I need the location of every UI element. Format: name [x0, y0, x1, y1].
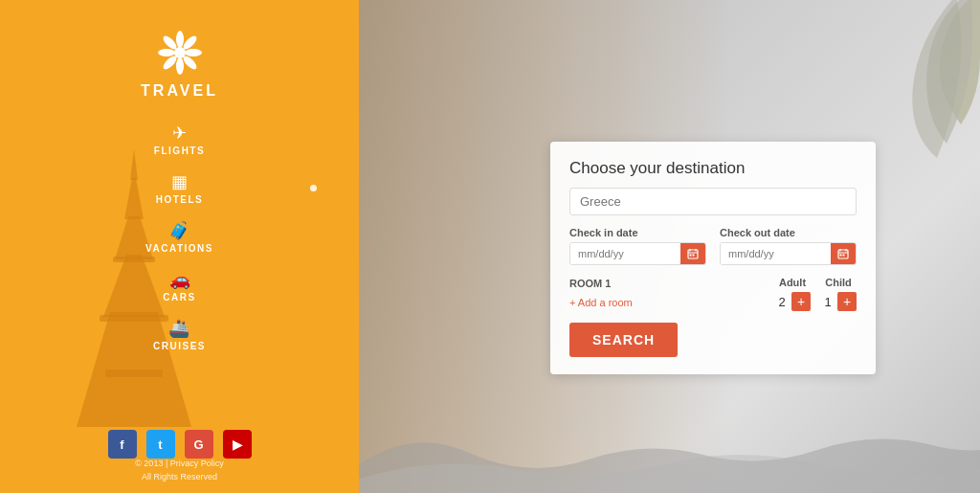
main-content: Choose your destination Check in date [359, 0, 980, 493]
adult-label: Adult [779, 277, 806, 288]
nav-entry-cruises[interactable]: 🚢 CRUISES [0, 318, 359, 351]
nav-entry-hotels[interactable]: ▦ HOTELS [0, 171, 359, 205]
cars-icon: 🚗 [169, 269, 190, 290]
logo-area: TRAVEL [141, 27, 218, 100]
room-row: ROOM 1 + Add a room Adult 2 + Child 1 + [569, 277, 857, 311]
checkin-calendar-button[interactable] [680, 243, 705, 264]
facebook-button[interactable]: f [108, 430, 137, 459]
footer-copyright: © 2013 | Privacy Policy All Rights Reser… [135, 458, 224, 483]
sidebar-item-cars[interactable]: 🚗 CARS [163, 269, 195, 303]
hotels-icon: ▦ [171, 171, 188, 192]
twitter-button[interactable]: t [146, 430, 175, 459]
svg-rect-23 [690, 255, 692, 257]
checkout-input-wrap [720, 242, 857, 265]
checkout-input[interactable] [721, 243, 831, 264]
mountain-silhouette [359, 407, 980, 493]
flights-icon: ✈ [172, 123, 187, 144]
sidebar-item-flights[interactable]: ✈ FLIGHTS [154, 123, 205, 156]
adult-increment-button[interactable]: + [791, 292, 811, 311]
cruises-icon: 🚢 [168, 318, 189, 339]
cars-label: CARS [163, 292, 195, 303]
guest-group: Adult 2 + Child 1 + [774, 277, 857, 311]
sidebar-nav: ✈ FLIGHTS ▦ HOTELS 🧳 VACATIONS 🚗 CARS [0, 123, 359, 351]
calendar-icon [687, 248, 699, 259]
sidebar-item-cruises[interactable]: 🚢 CRUISES [153, 318, 206, 351]
checkout-group: Check out date [720, 227, 857, 265]
sidebar-item-vacations[interactable]: 🧳 VACATIONS [145, 220, 213, 254]
vacations-label: VACATIONS [145, 243, 213, 254]
svg-rect-29 [840, 255, 842, 257]
date-row: Check in date [569, 227, 857, 265]
checkin-input-wrap [569, 242, 706, 265]
sidebar: TRAVEL ✈ FLIGHTS ▦ HOTELS 🧳 VACATIONS [0, 0, 359, 493]
hotels-label: HOTELS [156, 194, 204, 205]
nav-entry-vacations[interactable]: 🧳 VACATIONS [0, 220, 359, 254]
checkin-label: Check in date [569, 227, 706, 238]
search-button[interactable]: SeaRcH [569, 323, 678, 357]
checkin-input[interactable] [570, 243, 680, 264]
youtube-button[interactable]: ▶ [223, 430, 252, 459]
nav-entry-flights[interactable]: ✈ FLIGHTS [0, 123, 359, 156]
svg-rect-2 [105, 370, 163, 377]
add-room-link[interactable]: + Add a room [569, 297, 633, 308]
room-label: ROOM 1 [569, 278, 761, 289]
svg-point-13 [185, 49, 202, 56]
google-plus-button[interactable]: G [185, 430, 213, 459]
checkin-group: Check in date [569, 227, 706, 265]
form-title: Choose your destination [569, 159, 857, 178]
child-col: Child 1 + [820, 277, 857, 311]
svg-point-12 [158, 49, 175, 56]
child-label: Child [825, 277, 852, 288]
child-stepper: 1 + [820, 292, 857, 311]
adult-col: Adult 2 + [774, 277, 811, 311]
vacations-icon: 🧳 [168, 220, 189, 241]
child-increment-button[interactable]: + [837, 292, 857, 311]
svg-point-18 [174, 47, 186, 58]
nav-entry-cars[interactable]: 🚗 CARS [0, 269, 359, 303]
checkout-calendar-button[interactable] [831, 243, 856, 264]
destination-input[interactable] [569, 188, 857, 215]
adult-value: 2 [774, 295, 790, 309]
flights-label: FLIGHTS [154, 146, 205, 156]
svg-rect-30 [843, 255, 845, 257]
adult-stepper: 2 + [774, 292, 811, 311]
search-form: Choose your destination Check in date [550, 142, 876, 374]
social-bar: f t G ▶ [108, 430, 252, 459]
brand-name: TRAVEL [141, 82, 218, 100]
svg-point-11 [176, 57, 184, 75]
calendar-icon [837, 248, 849, 259]
cruises-label: CRUISES [153, 341, 206, 351]
child-value: 1 [820, 295, 835, 309]
brand-logo-icon [154, 27, 206, 78]
hotels-active-dot [310, 185, 317, 191]
svg-rect-24 [693, 255, 695, 257]
checkout-label: Check out date [720, 227, 857, 238]
sidebar-item-hotels[interactable]: ▦ HOTELS [156, 171, 204, 205]
room-left: ROOM 1 + Add a room [569, 278, 761, 310]
svg-point-10 [176, 31, 184, 48]
